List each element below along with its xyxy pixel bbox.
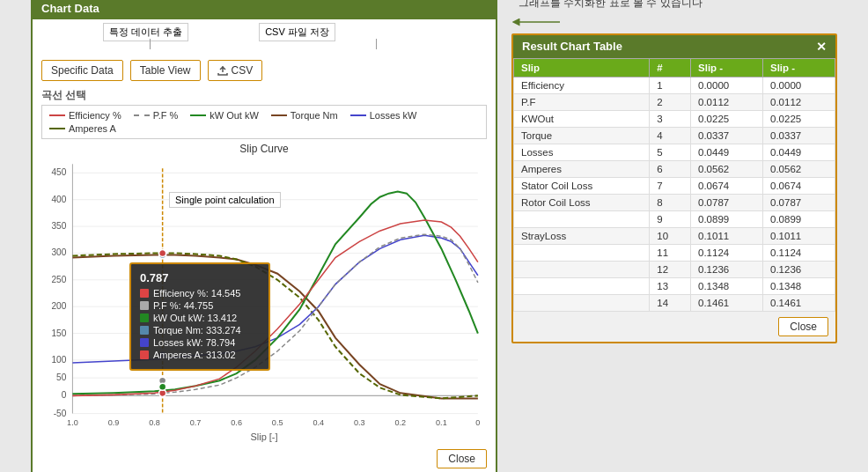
cell-v1: 0.0449 xyxy=(691,144,763,160)
cell-num: 14 xyxy=(650,294,691,311)
legend-line-amperes xyxy=(49,128,65,129)
legend-line-losses xyxy=(350,114,366,116)
col-header-slip1: Slip - xyxy=(691,58,763,77)
annotation-line1 xyxy=(150,39,151,49)
cell-v1: 0.1236 xyxy=(691,261,763,277)
svg-text:0.1: 0.1 xyxy=(436,417,447,426)
svg-text:0.7: 0.7 xyxy=(190,417,202,426)
svg-point-41 xyxy=(159,249,166,256)
table-close-button[interactable]: Close xyxy=(778,317,828,336)
swatch-torque xyxy=(140,326,149,335)
table-close-x-button[interactable]: ✕ xyxy=(816,40,827,54)
swatch-pf xyxy=(140,301,149,310)
table-row: 12 0.1236 0.1236 xyxy=(514,261,835,277)
cell-label: Rotor Coil Loss xyxy=(514,194,650,210)
cell-label: Efficiency xyxy=(514,77,650,93)
table-annotation: 그래프를 수치화한 표로 볼 수 있습니다 xyxy=(519,0,702,11)
svg-text:450: 450 xyxy=(51,167,66,177)
cell-v2: 0.1011 xyxy=(763,227,835,244)
legend-efficiency: Efficiency % xyxy=(49,110,121,121)
legend-line-torque xyxy=(271,114,287,116)
cell-label: Losses xyxy=(514,144,650,160)
annotation-line2 xyxy=(376,39,377,49)
left-close-area: Close xyxy=(33,442,496,473)
tooltip-row-kwout: kW Out kW: 13.412 xyxy=(140,313,260,323)
svg-text:200: 200 xyxy=(51,301,66,311)
table-panel-title: Result Chart Table xyxy=(522,40,622,53)
cell-v2: 0.0000 xyxy=(763,77,835,93)
upload-icon xyxy=(217,65,228,76)
svg-text:0.6: 0.6 xyxy=(231,417,242,426)
cell-num: 13 xyxy=(650,277,691,294)
svg-text:300: 300 xyxy=(51,247,66,257)
swatch-efficiency xyxy=(140,289,149,298)
cell-num: 7 xyxy=(650,177,691,194)
cell-num: 9 xyxy=(650,210,691,227)
cell-label: P.F xyxy=(514,93,650,110)
chart-panel-title: Chart Data xyxy=(41,2,99,15)
legend-kwout: kW Out kW xyxy=(190,110,259,121)
cell-num: 6 xyxy=(650,160,691,177)
cell-v1: 0.1011 xyxy=(691,227,763,244)
chart-panel-header: Chart Data xyxy=(33,0,496,19)
chart-panel: Chart Data 특정 데이터 추출 CSV 파일 저장 Specific … xyxy=(31,0,497,472)
svg-text:1.0: 1.0 xyxy=(67,417,78,426)
cell-v2: 0.0112 xyxy=(763,93,835,110)
legend-torque: Torque Nm xyxy=(271,110,338,121)
swatch-amperes xyxy=(140,350,149,359)
svg-text:0.5: 0.5 xyxy=(272,417,283,426)
cell-v1: 0.0562 xyxy=(691,160,763,177)
swatch-kwout xyxy=(140,313,149,322)
table-view-button[interactable]: Table View xyxy=(130,60,201,81)
cell-num: 4 xyxy=(650,127,691,144)
cell-v1: 0.1124 xyxy=(691,244,763,261)
table-scroll-area[interactable]: Slip # Slip - Slip - Efficiency 1 0.0000… xyxy=(513,58,835,312)
legend-losses: Losses kW xyxy=(350,110,417,121)
chart-title: Slip Curve xyxy=(33,143,496,155)
svg-text:0.8: 0.8 xyxy=(149,417,160,426)
tooltip-row-torque: Torque Nm: 333.274 xyxy=(140,325,260,336)
chart-toolbar: Specific Data Table View CSV xyxy=(33,53,496,88)
result-table: Slip # Slip - Slip - Efficiency 1 0.0000… xyxy=(513,58,835,312)
cell-v1: 0.0787 xyxy=(691,194,763,210)
svg-text:0.3: 0.3 xyxy=(354,417,365,426)
annotation-specific-data: 특정 데이터 추출 xyxy=(103,23,188,41)
table-row: Rotor Coil Loss 8 0.0787 0.0787 xyxy=(514,194,835,210)
cell-num: 11 xyxy=(650,244,691,261)
cell-v2: 0.0787 xyxy=(763,194,835,210)
cell-label: KWOut xyxy=(514,110,650,127)
table-row: KWOut 3 0.0225 0.0225 xyxy=(514,110,835,127)
table-close-area: Close xyxy=(513,312,835,342)
csv-button[interactable]: CSV xyxy=(208,60,263,81)
col-header-slip: Slip xyxy=(514,58,650,77)
svg-text:350: 350 xyxy=(51,221,66,231)
specific-data-button[interactable]: Specific Data xyxy=(41,60,123,81)
cell-v1: 0.0225 xyxy=(691,110,763,127)
legend-pf: P.F % xyxy=(134,110,179,121)
annotation-csv-save: CSV 파일 저장 xyxy=(259,23,335,41)
left-close-button[interactable]: Close xyxy=(437,449,487,468)
tooltip-slip-value: 0.787 xyxy=(140,271,260,284)
svg-text:0: 0 xyxy=(62,390,67,400)
cell-v1: 0.1461 xyxy=(691,294,763,311)
chart-area: 450 400 350 300 250 200 150 100 50 0 -50 xyxy=(41,157,487,430)
svg-text:400: 400 xyxy=(51,194,66,203)
legend-line-efficiency xyxy=(49,114,65,116)
svg-text:150: 150 xyxy=(51,328,66,337)
xaxis-label: Slip [-] xyxy=(33,431,496,442)
cell-v1: 0.0674 xyxy=(691,177,763,194)
cell-v2: 0.1461 xyxy=(763,294,835,311)
single-point-label: Single point calculation xyxy=(169,192,281,208)
svg-text:50: 50 xyxy=(56,372,67,382)
svg-text:250: 250 xyxy=(51,274,66,284)
tooltip-row-pf: P.F %: 44.755 xyxy=(140,300,260,311)
table-row: 11 0.1124 0.1124 xyxy=(514,244,835,261)
col-header-num: # xyxy=(650,58,691,77)
cell-v2: 0.0674 xyxy=(763,177,835,194)
cell-v2: 0.1348 xyxy=(763,277,835,294)
cell-num: 10 xyxy=(650,227,691,244)
cell-num: 5 xyxy=(650,144,691,160)
svg-text:0: 0 xyxy=(475,417,480,426)
tooltip-row-amperes: Amperes A: 313.02 xyxy=(140,350,260,360)
result-table-panel: Result Chart Table ✕ Slip # Slip - Slip … xyxy=(511,33,837,343)
